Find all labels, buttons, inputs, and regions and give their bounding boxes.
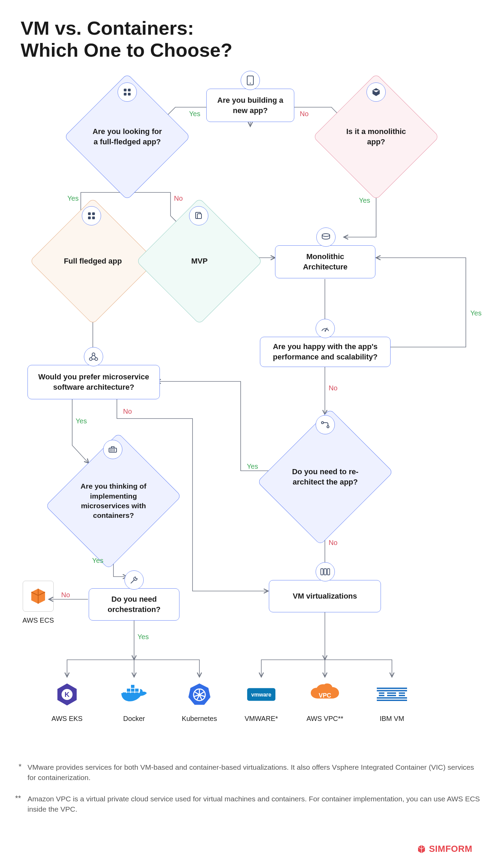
page-title: VM vs. Containers: Which One to Choose? <box>21 17 232 62</box>
node-label: Are you looking for a full-fledged app? <box>92 126 162 147</box>
grid-icon <box>118 82 137 102</box>
svg-text:K: K <box>65 691 70 698</box>
node-fullfledged-question: Are you looking for a full-fledged app? <box>83 92 172 181</box>
node-containers-question: Are you thinking of implementing microse… <box>69 449 158 553</box>
svg-rect-32 <box>131 685 134 688</box>
svg-point-1 <box>250 82 251 84</box>
footnote-1: VMware provides services for both VM-bas… <box>28 762 481 783</box>
edge-label-yes: Yes <box>92 557 103 565</box>
svg-text:vmware: vmware <box>251 692 272 698</box>
container-icon <box>103 440 122 459</box>
svg-point-12 <box>322 234 330 236</box>
node-label: Are you thinking of implementing microse… <box>79 481 149 520</box>
footnote-marker: ** <box>15 794 21 803</box>
node-label: Do you need to re-architect the app? <box>291 467 360 487</box>
network-icon <box>84 347 103 366</box>
svg-point-34 <box>198 693 201 696</box>
edge-label-no: No <box>329 384 338 392</box>
edge-label-no: No <box>329 539 338 547</box>
svg-rect-45 <box>399 695 405 696</box>
document-icon <box>189 206 208 225</box>
edge-label-yes: Yes <box>67 194 79 202</box>
logo-label: Docker <box>108 715 160 723</box>
node-building-app: Are you building a new app? <box>206 89 294 122</box>
svg-rect-11 <box>197 214 201 219</box>
svg-rect-39 <box>377 690 407 691</box>
svg-rect-21 <box>324 569 327 575</box>
node-label: Is it a monolithic app? <box>341 126 411 147</box>
path-icon <box>316 415 335 434</box>
node-label: Would you prefer microservice software a… <box>37 372 151 392</box>
svg-rect-20 <box>321 569 323 575</box>
node-label: Monolithic Architecture <box>284 252 366 272</box>
footnote-2: Amazon VPC is a virtual private cloud se… <box>28 794 481 815</box>
node-label: Are you building a new app? <box>216 95 285 115</box>
node-monolithic-question: Is it a monolithic app? <box>331 92 421 181</box>
node-rearchitect-question: Do you need to re-architect the app? <box>281 425 370 528</box>
edge-label-yes: Yes <box>359 197 370 204</box>
svg-rect-40 <box>379 692 384 694</box>
svg-rect-6 <box>88 212 91 215</box>
node-label: Full fledged app <box>58 256 128 266</box>
svg-point-14 <box>89 358 92 360</box>
svg-point-19 <box>327 426 329 428</box>
logo-aws-ecs: AWS ECS <box>12 581 64 624</box>
logo-aws-vpc: VPC AWS VPC** <box>299 679 351 723</box>
servers-icon <box>316 562 335 581</box>
svg-rect-42 <box>399 692 405 694</box>
logo-label: AWS EKS <box>41 715 93 723</box>
svg-rect-41 <box>387 692 396 694</box>
logo-aws-eks: K AWS EKS <box>41 679 93 723</box>
svg-rect-4 <box>124 93 127 96</box>
svg-rect-38 <box>377 688 407 689</box>
svg-rect-29 <box>127 689 130 692</box>
brand-logo: SIMFORM <box>417 844 472 854</box>
brand-name: SIMFORM <box>429 844 472 854</box>
svg-rect-31 <box>135 689 139 692</box>
node-label: VM virtualizations <box>293 591 357 601</box>
footnote-marker: * <box>19 762 22 771</box>
edge-label-yes: Yes <box>138 633 149 641</box>
node-label: MVP <box>165 256 234 266</box>
svg-rect-3 <box>128 89 131 91</box>
layers-icon <box>316 227 336 247</box>
svg-rect-44 <box>387 695 396 696</box>
svg-rect-7 <box>92 212 95 215</box>
logo-label: AWS VPC** <box>299 715 351 723</box>
svg-point-16 <box>325 330 326 332</box>
svg-rect-30 <box>131 689 134 692</box>
grid-icon <box>82 206 101 225</box>
edge-label-yes: Yes <box>189 110 200 118</box>
edge-label-no: No <box>123 408 132 415</box>
node-monolithic-architecture: Monolithic Architecture <box>275 245 375 278</box>
svg-rect-2 <box>124 89 127 91</box>
svg-rect-43 <box>379 695 384 696</box>
svg-rect-22 <box>327 569 330 575</box>
logo-label: AWS ECS <box>12 616 64 624</box>
svg-rect-8 <box>88 216 91 219</box>
node-orchestration-question: Do you need orchestration? <box>89 588 179 621</box>
edge-label-yes: Yes <box>247 463 258 470</box>
node-fullfledged-app: Full fledged app <box>48 216 138 306</box>
logo-docker: Docker <box>108 679 160 723</box>
logo-vmware: vmware VMWARE* <box>235 679 287 723</box>
svg-point-15 <box>95 358 98 360</box>
node-microservice-question: Would you prefer microservice software a… <box>28 365 160 399</box>
node-vm-virtualizations: VM virtualizations <box>269 580 381 612</box>
svg-rect-5 <box>128 93 131 96</box>
node-performance-question: Are you happy with the app's performance… <box>260 337 391 367</box>
svg-rect-47 <box>377 700 407 701</box>
logo-ibm-vm: IBM VM <box>366 679 418 723</box>
edge-label-yes: Yes <box>470 309 482 317</box>
mobile-icon <box>241 71 260 90</box>
cube-icon <box>366 82 386 102</box>
gauge-icon <box>316 319 335 338</box>
edge-label-yes: Yes <box>76 417 87 425</box>
svg-text:VPC: VPC <box>319 692 331 699</box>
node-label: Do you need orchestration? <box>98 594 170 614</box>
svg-rect-9 <box>92 216 95 219</box>
edge-label-no: No <box>300 110 309 118</box>
wrench-icon <box>124 570 144 590</box>
node-mvp: MVP <box>155 216 244 306</box>
svg-point-18 <box>321 422 324 424</box>
